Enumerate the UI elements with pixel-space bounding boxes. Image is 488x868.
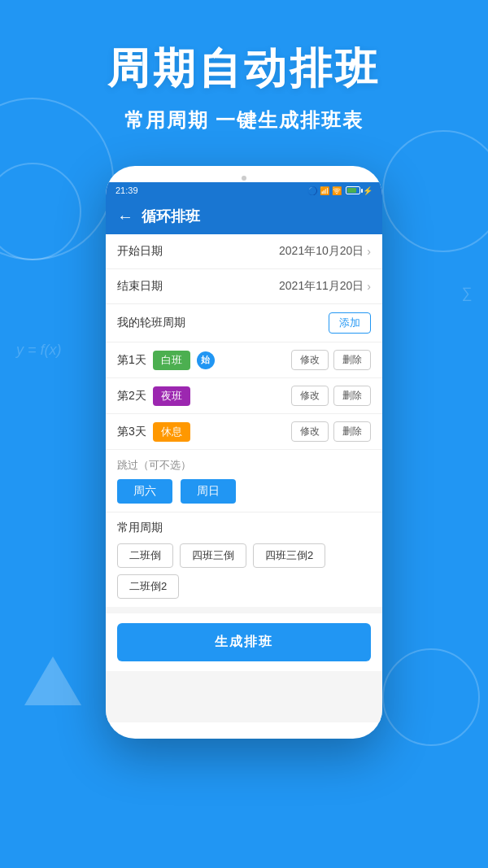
shift-actions-1: 修改 删除 (291, 350, 371, 370)
back-button[interactable]: ← (117, 207, 133, 226)
end-date-row[interactable]: 结束日期 2021年11月20日 › (106, 269, 382, 304)
charging-icon: ⚡ (363, 186, 373, 195)
modify-shift-2[interactable]: 修改 (291, 386, 329, 406)
start-badge-1: 始 (197, 351, 215, 369)
period-btn-2[interactable]: 四班三倒 (180, 543, 246, 568)
start-date-chevron: › (367, 245, 371, 258)
main-title: 周期自动排班 (0, 41, 488, 98)
hero-section: 周期自动排班 常用周期 一键生成排班表 (0, 0, 488, 150)
end-date-value: 2021年11月20日 › (279, 279, 371, 294)
status-bar: 21:39 🔵 📶 🛜 ⚡ (106, 182, 382, 198)
battery-fill (347, 188, 356, 193)
shift-row-2: 第2天 夜班 修改 删除 (106, 378, 382, 414)
sub-title: 常用周期 一键生成排班表 (0, 107, 488, 133)
shift-tag-2: 夜班 (153, 386, 190, 406)
skip-sunday[interactable]: 周日 (181, 479, 236, 504)
skip-section: 跳过（可不选） 周六 周日 (106, 450, 382, 513)
shift-day-3: 第3天 (117, 425, 146, 439)
end-date-label: 结束日期 (117, 279, 163, 294)
shift-tag-1: 白班 (153, 351, 190, 370)
period-btn-1[interactable]: 二班倒 (117, 543, 173, 568)
delete-shift-3[interactable]: 删除 (333, 421, 371, 442)
shift-row-1: 第1天 白班 始 修改 删除 (106, 342, 382, 378)
add-shift-button[interactable]: 添加 (329, 312, 371, 334)
common-periods-section: 常用周期 二班倒 四班三倒 四班三倒2 二班倒2 (106, 513, 382, 607)
start-date-label: 开始日期 (117, 244, 163, 259)
shift-row-3: 第3天 休息 修改 删除 (106, 414, 382, 450)
phone-mockup: 21:39 🔵 📶 🛜 ⚡ ← 循环排班 开始日期 2021年10月20 (0, 166, 488, 739)
app-header: ← 循环排班 (106, 198, 382, 234)
period-btn-3[interactable]: 四班三倒2 (253, 543, 325, 568)
shift-day-2: 第2天 (117, 389, 146, 403)
app-title: 循环排班 (142, 207, 200, 226)
shift-actions-2: 修改 删除 (291, 386, 371, 406)
generate-section: 生成排班 (106, 613, 382, 671)
modify-shift-1[interactable]: 修改 (291, 350, 329, 370)
end-date-chevron: › (367, 280, 371, 293)
battery-icon (346, 186, 360, 194)
content-area: 开始日期 2021年10月20日 › 结束日期 2021年11月20日 › 我的… (106, 234, 382, 722)
modify-shift-3[interactable]: 修改 (291, 421, 329, 442)
my-shifts-header: 我的轮班周期 添加 (106, 304, 382, 342)
signal-icon: 📶 (320, 186, 329, 195)
wifi-icon: 🛜 (332, 186, 342, 195)
skip-buttons: 周六 周日 (117, 479, 371, 504)
my-shifts-label: 我的轮班周期 (117, 316, 185, 330)
phone-notch (106, 172, 382, 182)
status-icons: 🔵 📶 🛜 ⚡ (307, 186, 373, 195)
common-periods-label: 常用周期 (117, 521, 371, 535)
common-period-buttons: 二班倒 四班三倒 四班三倒2 二班倒2 (117, 543, 371, 599)
bluetooth-icon: 🔵 (307, 186, 317, 195)
shift-tag-3: 休息 (153, 422, 190, 442)
generate-button[interactable]: 生成排班 (117, 623, 371, 661)
skip-label: 跳过（可不选） (117, 458, 371, 473)
start-date-value: 2021年10月20日 › (279, 244, 371, 259)
status-time: 21:39 (115, 185, 138, 195)
start-date-row[interactable]: 开始日期 2021年10月20日 › (106, 234, 382, 269)
shift-actions-3: 修改 删除 (291, 421, 371, 442)
delete-shift-1[interactable]: 删除 (333, 350, 371, 370)
shift-day-1: 第1天 (117, 353, 146, 368)
period-btn-4[interactable]: 二班倒2 (117, 574, 179, 599)
phone-frame: 21:39 🔵 📶 🛜 ⚡ ← 循环排班 开始日期 2021年10月20 (106, 166, 382, 739)
phone-dot (242, 176, 246, 181)
delete-shift-2[interactable]: 删除 (333, 386, 371, 406)
skip-saturday[interactable]: 周六 (117, 479, 172, 504)
